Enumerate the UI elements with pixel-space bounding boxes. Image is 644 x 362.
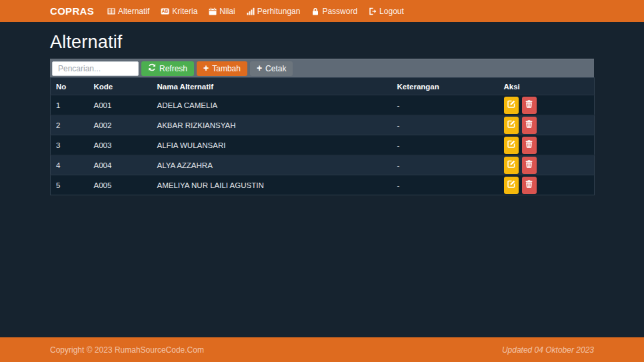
lock-icon <box>311 7 319 15</box>
edit-button[interactable] <box>504 137 519 154</box>
cell-nama: AMELIYA NUR LAILI AGUSTIN <box>152 175 392 195</box>
nav-item-password[interactable]: Password <box>311 7 357 16</box>
refresh-button[interactable]: Refresh <box>141 61 194 76</box>
cell-no: 1 <box>51 95 89 115</box>
delete-button[interactable] <box>522 97 537 114</box>
column-header-kode: Kode <box>89 78 152 95</box>
column-header-nama: Nama Alternatif <box>152 78 392 95</box>
cell-kode: A003 <box>89 135 152 155</box>
nav-item-label: Password <box>322 7 357 16</box>
edit-icon <box>507 140 515 150</box>
cell-no: 4 <box>51 155 89 175</box>
nav-item-label: Kriteria <box>172 7 197 16</box>
column-header-aksi: Aksi <box>499 78 595 95</box>
nav-item-alternatif[interactable]: Alternatif <box>107 7 149 16</box>
edit-icon <box>507 120 515 130</box>
refresh-icon <box>148 63 156 73</box>
nav-item-kriteria[interactable]: AB Kriteria <box>161 7 197 16</box>
cell-no: 5 <box>51 175 89 195</box>
cell-keterangan: - <box>392 175 499 195</box>
nav-menu: Alternatif AB Kriteria Nilai Perhitungan <box>107 7 404 16</box>
cetak-button-label: Cetak <box>265 64 286 73</box>
page-title: Alternatif <box>50 32 594 53</box>
delete-button[interactable] <box>522 117 537 134</box>
action-buttons <box>504 137 589 154</box>
search-input[interactable] <box>52 61 139 76</box>
nav-item-logout[interactable]: Logout <box>369 7 404 16</box>
nav-item-label: Nilai <box>219 7 235 16</box>
cell-keterangan: - <box>392 115 499 135</box>
edit-button[interactable] <box>504 177 519 194</box>
edit-button[interactable] <box>504 117 519 134</box>
cell-no: 3 <box>51 135 89 155</box>
plus-icon: + <box>257 63 262 73</box>
edit-icon <box>507 160 515 170</box>
table-icon <box>107 7 115 15</box>
refresh-button-label: Refresh <box>159 64 187 73</box>
column-header-no: No <box>51 78 89 95</box>
nav-item-label: Alternatif <box>118 7 149 16</box>
cell-nama: ALYA AZZAHRA <box>152 155 392 175</box>
plus-icon: + <box>203 63 209 73</box>
cetak-button[interactable]: + Cetak <box>250 61 293 76</box>
tambah-button-label: Tambah <box>212 64 241 73</box>
trash-icon <box>525 160 533 170</box>
table-row: 3 A003 ALFIA WULANSARI - <box>51 135 595 155</box>
cell-kode: A002 <box>89 115 152 135</box>
action-buttons <box>504 177 589 194</box>
trash-icon <box>525 100 533 110</box>
delete-button[interactable] <box>522 177 537 194</box>
nav-item-perhitungan[interactable]: Perhitungan <box>247 7 301 16</box>
cell-nama: ADELA CAMELIA <box>152 95 392 115</box>
table-row: 5 A005 AMELIYA NUR LAILI AGUSTIN - <box>51 175 595 195</box>
cell-kode: A004 <box>89 155 152 175</box>
table-row: 2 A002 AKBAR RIZKIANSYAH - <box>51 115 595 135</box>
edit-icon <box>507 100 515 110</box>
table-row: 4 A004 ALYA AZZAHRA - <box>51 155 595 175</box>
cell-keterangan: - <box>392 95 499 115</box>
top-navbar: COPRAS Alternatif AB Kriteria Nilai <box>0 0 644 22</box>
trash-icon <box>525 140 533 150</box>
cell-nama: ALFIA WULANSARI <box>152 135 392 155</box>
table-toolbar: Refresh + Tambah + Cetak <box>50 59 594 77</box>
svg-text:AB: AB <box>162 9 169 13</box>
cell-kode: A005 <box>89 175 152 195</box>
app-brand[interactable]: COPRAS <box>50 5 94 17</box>
edit-icon <box>507 180 515 190</box>
cell-keterangan: - <box>392 155 499 175</box>
page-footer: Copyright © 2023 RumahSourceCode.Com Upd… <box>0 337 644 362</box>
edit-button[interactable] <box>504 157 519 174</box>
nav-item-nilai[interactable]: Nilai <box>209 7 235 16</box>
action-buttons <box>504 117 589 134</box>
cell-keterangan: - <box>392 135 499 155</box>
calendar-icon <box>209 7 217 15</box>
edit-button[interactable] <box>504 97 519 114</box>
nav-item-label: Perhitungan <box>257 7 301 16</box>
table-row: 1 A001 ADELA CAMELIA - <box>51 95 595 115</box>
footer-updated: Updated 04 Oktober 2023 <box>502 345 594 355</box>
action-buttons <box>504 97 589 114</box>
cell-no: 2 <box>51 115 89 135</box>
ab-card-icon: AB <box>161 7 169 15</box>
cell-nama: AKBAR RIZKIANSYAH <box>152 115 392 135</box>
table-header-row: No Kode Nama Alternatif Keterangan Aksi <box>51 78 595 95</box>
tambah-button[interactable]: + Tambah <box>197 61 247 76</box>
alternatif-table: No Kode Nama Alternatif Keterangan Aksi … <box>50 77 595 195</box>
logout-icon <box>369 7 377 15</box>
delete-button[interactable] <box>522 137 537 154</box>
main-content: Alternatif Refresh + Tambah + Cetak No K… <box>50 22 594 195</box>
bar-chart-icon <box>247 7 255 15</box>
footer-copyright: Copyright © 2023 RumahSourceCode.Com <box>50 345 204 355</box>
action-buttons <box>504 157 589 174</box>
delete-button[interactable] <box>522 157 537 174</box>
nav-item-label: Logout <box>379 7 404 16</box>
column-header-keterangan: Keterangan <box>392 78 499 95</box>
cell-kode: A001 <box>89 95 152 115</box>
trash-icon <box>525 180 533 190</box>
trash-icon <box>525 120 533 130</box>
